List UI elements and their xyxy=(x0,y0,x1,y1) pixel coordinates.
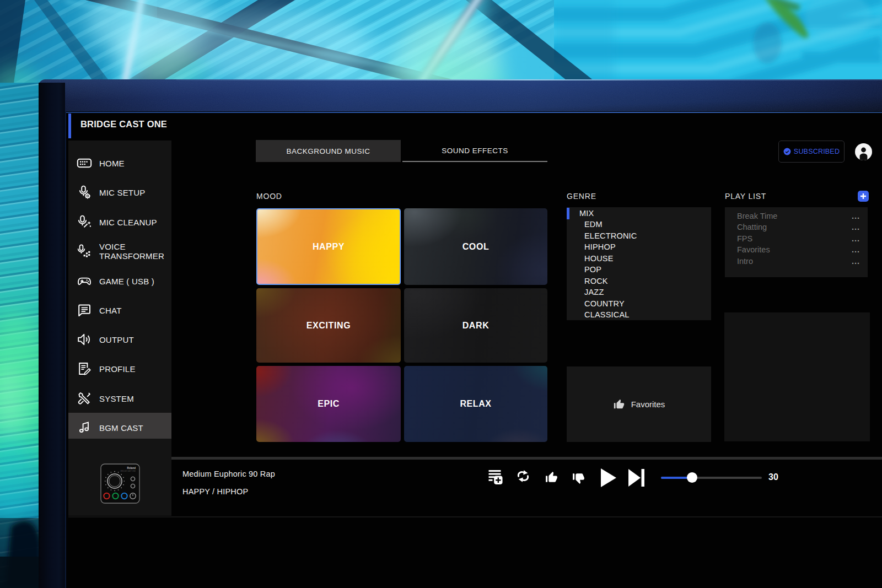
svg-text:BRIDGE CAST ONE: BRIDGE CAST ONE xyxy=(120,470,136,472)
svg-text:Roland: Roland xyxy=(127,467,136,470)
